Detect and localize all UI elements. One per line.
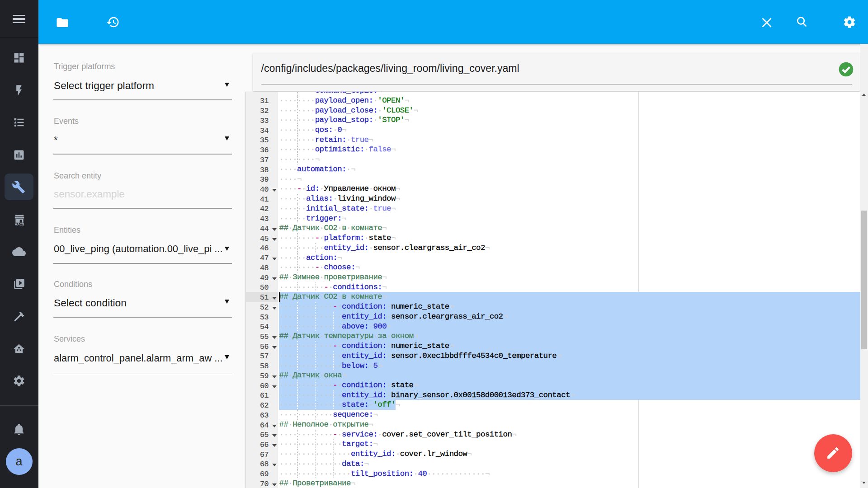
svg-text:HACS: HACS bbox=[15, 222, 24, 226]
